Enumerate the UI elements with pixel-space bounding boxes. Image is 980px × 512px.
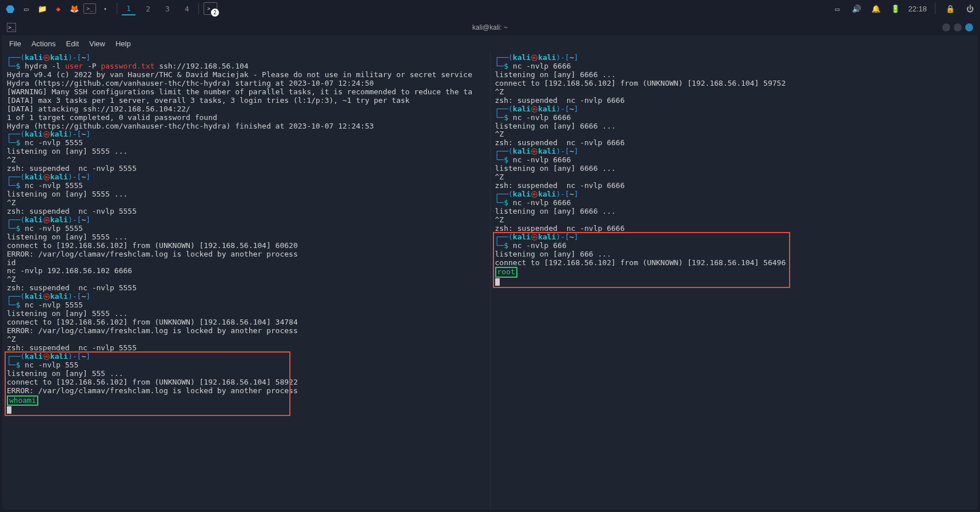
workspace-2[interactable]: 2 [141,2,155,15]
volume-icon[interactable]: 🔊 [850,2,863,15]
minimize-button[interactable] [942,23,950,31]
workspace-1[interactable]: 1 [122,2,136,15]
taskbar: ⬣ ▭ 📁 ◆ 🦊 >_ ▾ 1234 >_ 2 ▭ 🔊 🔔 🔋 22:18 🔒… [0,0,980,17]
firefox-icon[interactable]: 🦊 [67,2,81,15]
menu-edit[interactable]: Edit [66,39,79,48]
terminal-quick-icon[interactable]: >_ [83,3,96,14]
menu-view[interactable]: View [89,39,105,48]
workspace-switcher[interactable]: 1234 [122,2,194,15]
menu-file[interactable]: File [9,39,21,48]
cherrytree-icon[interactable]: ◆ [51,2,65,15]
close-button[interactable] [965,23,973,31]
kali-start-icon[interactable]: ⬣ [3,2,17,15]
maximize-button[interactable] [954,23,962,31]
highlighted-block: ┌──(kali㉿kali)-[~]└─$ nc -nvlp 555listen… [7,353,485,415]
menu-actions[interactable]: Actions [31,39,56,48]
display-icon[interactable]: ▭ [830,2,844,15]
battery-icon[interactable]: 🔋 [889,2,902,15]
files-icon[interactable]: 📁 [35,2,49,15]
workspace-4[interactable]: 4 [180,2,194,15]
window-title: kali@kali: ~ [472,23,508,31]
terminal-pane-left[interactable]: ┌──(kali㉿kali)-[~]└─$ hydra -l user -P p… [2,51,491,510]
terminal-pane-right[interactable]: ┌──(kali㉿kali)-[~]└─$ nc -nvlp 6666liste… [491,51,978,510]
highlighted-block: ┌──(kali㉿kali)-[~]└─$ nc -nvlp 666listen… [495,233,974,287]
menu-help[interactable]: Help [115,39,131,48]
lock-icon[interactable]: 🔒 [943,2,957,15]
terminal-window: >_ kali@kali: ~ FileActionsEditViewHelp … [2,19,978,510]
clock[interactable]: 22:18 [908,5,927,13]
notifications-icon[interactable]: 🔔 [869,2,883,15]
app-icon: >_ [7,23,16,32]
menubar: FileActionsEditViewHelp [2,35,978,51]
divider [117,3,117,14]
window-count-badge: 2 [211,9,219,17]
menu-dropdown-icon[interactable]: ▾ [98,2,112,15]
power-icon[interactable]: ⏻ [963,2,977,15]
divider [935,3,935,14]
titlebar[interactable]: >_ kali@kali: ~ [2,19,978,35]
divider [198,3,199,14]
window-list-icon[interactable]: ▭ [19,2,33,15]
workspace-3[interactable]: 3 [161,2,174,15]
running-terminal-icon[interactable]: >_ 2 [204,2,217,15]
